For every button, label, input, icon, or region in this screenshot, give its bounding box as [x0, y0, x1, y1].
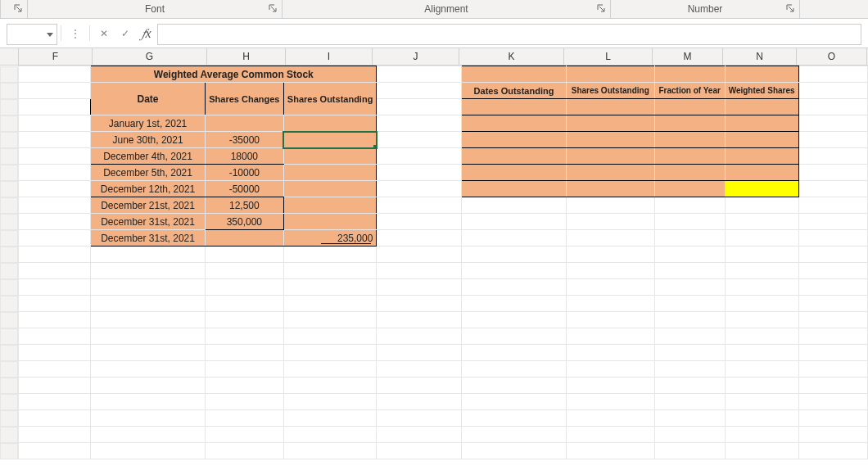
cell[interactable]: December 21st, 2021: [91, 197, 206, 214]
more-icon[interactable]: ⋮: [65, 24, 86, 43]
cell[interactable]: [205, 230, 283, 247]
ribbon-group-font: Font: [28, 0, 282, 18]
table1-hdr-date: Date: [91, 83, 206, 115]
cell[interactable]: December 4th, 2021: [91, 148, 206, 165]
row-header[interactable]: [0, 66, 18, 83]
col-header[interactable]: J: [373, 48, 459, 65]
col-header[interactable]: M: [653, 48, 723, 65]
insert-function-button[interactable]: 𝑓x: [136, 24, 157, 43]
ribbon-group-number-label: Number: [688, 3, 723, 15]
ribbon-group-number: Number: [611, 0, 799, 18]
col-header[interactable]: K: [459, 48, 564, 65]
table2-hdr-dates: Dates Outstanding: [462, 83, 567, 99]
table2-hdr-weighted: Weighted Shares: [725, 83, 798, 99]
cell[interactable]: [283, 197, 377, 214]
ribbon-group-font-label: Font: [145, 3, 165, 15]
dialog-launcher-icon[interactable]: [12, 2, 24, 14]
formula-input[interactable]: [157, 24, 861, 45]
table1-hdr-changes: Shares Changes: [205, 83, 283, 115]
cell[interactable]: January 1st, 2021: [91, 115, 206, 132]
chevron-down-icon[interactable]: [47, 33, 53, 37]
cell[interactable]: 350,000: [205, 214, 283, 230]
cell[interactable]: -50000: [205, 181, 283, 197]
column-headers: F G H I J K L M N O: [0, 48, 868, 66]
col-header[interactable]: N: [723, 48, 797, 65]
enter-button[interactable]: ✓: [115, 24, 136, 43]
cell-grid[interactable]: Weighted Average Common Stock Date Share…: [0, 66, 868, 459]
cell[interactable]: [283, 148, 377, 165]
cell[interactable]: [283, 214, 377, 230]
worksheet[interactable]: F G H I J K L M N O: [0, 48, 868, 459]
cell[interactable]: [283, 115, 377, 132]
cell[interactable]: June 30th, 2021: [91, 132, 206, 148]
ribbon-group-alignment: Alignment: [283, 0, 610, 18]
col-header[interactable]: G: [93, 48, 207, 65]
col-header[interactable]: O: [797, 48, 867, 65]
col-header[interactable]: I: [286, 48, 373, 65]
cell[interactable]: December 5th, 2021: [91, 165, 206, 181]
ribbon-group-left: [1, 0, 27, 18]
cell[interactable]: [205, 115, 283, 132]
cell[interactable]: December 12th, 2021: [91, 181, 206, 197]
col-header[interactable]: H: [207, 48, 286, 65]
table2-hdr-fraction: Fraction of Year: [654, 83, 725, 99]
select-all-corner[interactable]: [0, 48, 19, 65]
col-header[interactable]: F: [19, 48, 93, 65]
ribbon-group-alignment-label: Alignment: [424, 3, 468, 15]
table1-hdr-outstanding: Shares Outstanding: [283, 83, 377, 115]
cell[interactable]: -10000: [205, 165, 283, 181]
name-box[interactable]: [7, 24, 57, 45]
cell[interactable]: 18000: [205, 148, 283, 165]
dialog-launcher-icon[interactable]: [267, 2, 278, 14]
selected-cell[interactable]: [283, 132, 377, 148]
cell[interactable]: December 31st, 2021: [91, 214, 206, 230]
cancel-button[interactable]: ✕: [93, 24, 115, 43]
cell[interactable]: 12,500: [205, 197, 283, 214]
dialog-launcher-icon[interactable]: [784, 2, 796, 14]
cell[interactable]: [283, 165, 377, 181]
cell[interactable]: [283, 181, 377, 197]
col-header[interactable]: L: [564, 48, 653, 65]
cell[interactable]: 235,000: [283, 230, 377, 247]
table2-hdr-shares: Shares Outstanding: [566, 83, 654, 99]
dialog-launcher-icon[interactable]: [595, 2, 607, 14]
formula-bar-row: ⋮ ✕ ✓ 𝑓x: [0, 19, 868, 48]
table1-title: Weighted Average Common Stock: [91, 66, 377, 83]
cell[interactable]: -35000: [205, 132, 283, 148]
cell[interactable]: December 31st, 2021: [91, 230, 206, 247]
ribbon-group-bar: Font Alignment Number: [0, 0, 868, 19]
